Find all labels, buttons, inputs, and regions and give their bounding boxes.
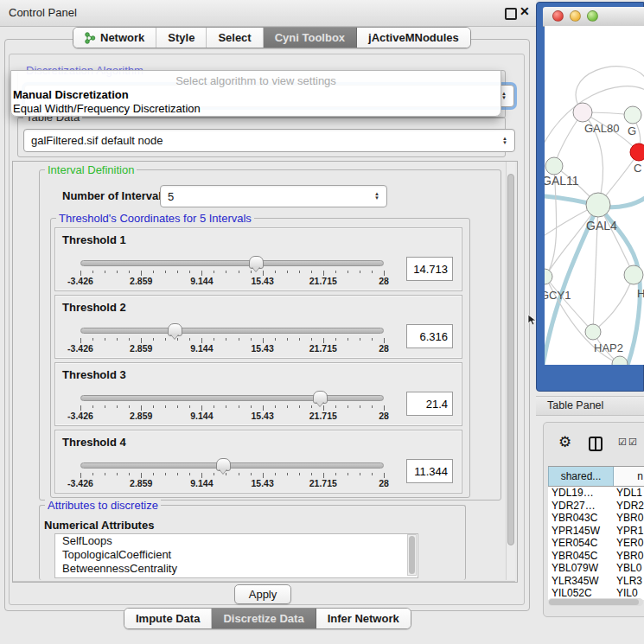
dropdown-option-manual-discretization[interactable]: Manual Discretization xyxy=(13,88,129,101)
tab-network[interactable]: Network xyxy=(73,28,156,48)
cell-shared-name[interactable]: YDR27… xyxy=(548,500,612,513)
scale-label: 15.43 xyxy=(251,276,273,286)
slider-track[interactable] xyxy=(80,462,384,469)
cell-shared-name[interactable]: YLR345W xyxy=(548,575,612,588)
table-row[interactable]: YBR043CYBR0 xyxy=(548,512,644,525)
cell-name[interactable]: YBR0 xyxy=(612,512,644,525)
threshold-2-panel: Threshold 2 -3.4262.8599.14415.4321.7152… xyxy=(54,295,462,359)
num-intervals-combobox[interactable]: 5 ▲▼ xyxy=(160,185,387,207)
tab-cyni-toolbox[interactable]: Cyni Toolbox xyxy=(264,28,357,48)
tab-label: Select xyxy=(218,31,251,44)
column-header-name[interactable]: n xyxy=(614,467,644,486)
vertical-scrollbar[interactable] xyxy=(506,162,515,580)
network-node-g[interactable] xyxy=(624,106,641,124)
cell-name[interactable]: YBR0 xyxy=(612,550,644,563)
group-title: Threshold's Coordinates for 5 Intervals xyxy=(56,212,254,225)
network-node-gal4[interactable] xyxy=(586,193,610,217)
list-item[interactable]: TopologicalCoefficient xyxy=(55,548,418,562)
float-window-icon[interactable] xyxy=(505,8,517,20)
tab-select[interactable]: Select xyxy=(207,28,263,48)
slider-track[interactable] xyxy=(80,328,384,334)
table-row[interactable]: YLR345WYLR3 xyxy=(548,575,644,588)
threshold-value-field[interactable]: 6.316 xyxy=(406,324,453,348)
threshold-value-field[interactable]: 11.344 xyxy=(406,459,453,483)
select-none-checkbox-icon[interactable]: ☑ xyxy=(628,437,637,447)
close-icon[interactable]: ✕ xyxy=(520,4,530,18)
tab-style[interactable]: Style xyxy=(156,28,207,48)
cell-name[interactable]: YPR1 xyxy=(612,525,644,538)
list-item[interactable]: SelfLoops xyxy=(55,534,418,548)
table-row[interactable]: YDR27…YDR2 xyxy=(548,500,644,513)
nodes[interactable] xyxy=(545,103,644,365)
table-row[interactable]: YDL19…YDL1 xyxy=(548,487,644,500)
table-row[interactable]: YBR045CYBR0 xyxy=(548,550,644,563)
table-data-combobox[interactable]: galFiltered.sif default node ▲▼ xyxy=(23,129,515,152)
tab-discretize-data[interactable]: Discretize Data xyxy=(212,609,316,628)
list-item[interactable]: BetweennessCentrality xyxy=(55,562,418,576)
table-row[interactable]: YBL079WYBL0 xyxy=(548,562,644,575)
close-traffic-icon[interactable] xyxy=(552,10,564,22)
table-row[interactable]: YPR145WYPR1 xyxy=(548,525,644,538)
tab-infer-network[interactable]: Infer Network xyxy=(316,609,411,628)
tab-impute-data[interactable]: Impute Data xyxy=(124,609,212,628)
cell-name[interactable]: YDL1 xyxy=(612,487,644,500)
slider-thumb[interactable] xyxy=(216,458,231,471)
network-node-c[interactable] xyxy=(630,143,644,161)
scrollbar-thumb[interactable] xyxy=(409,536,415,574)
scrollbar-thumb[interactable] xyxy=(507,174,514,545)
threshold-3-slider[interactable] xyxy=(80,394,384,403)
threshold-label: Threshold 2 xyxy=(62,301,126,314)
dropdown-option-equal-width-frequency[interactable]: Equal Width/Frequency Discretization xyxy=(13,102,201,115)
threshold-1-slider[interactable] xyxy=(80,259,384,268)
cell-shared-name[interactable]: YDL19… xyxy=(548,487,612,500)
attributes-list-scrollbar[interactable] xyxy=(407,534,417,576)
node-label: GAL11 xyxy=(545,174,579,188)
network-node-gal80[interactable] xyxy=(573,103,592,122)
slider-track[interactable] xyxy=(80,395,384,401)
cell-name[interactable]: YER0 xyxy=(612,537,644,550)
threshold-value-field[interactable]: 14.713 xyxy=(406,257,453,281)
cell-shared-name[interactable]: YPR145W xyxy=(548,525,612,538)
slider-scale-labels: -3.4262.8599.14415.4321.71528 xyxy=(80,478,384,488)
threshold-value-field[interactable]: 21.4 xyxy=(406,392,453,416)
scale-label: 2.859 xyxy=(130,411,152,421)
tab-label: Cyni Toolbox xyxy=(275,31,345,44)
network-node-gal11[interactable] xyxy=(545,157,563,175)
scrollbar-thumb[interactable] xyxy=(549,599,639,605)
cell-shared-name[interactable]: YBR045C xyxy=(548,550,612,563)
network-canvas[interactable]: GAL80GCGAL11GAL4GCY1HHAP2 xyxy=(545,26,644,365)
slider-thumb[interactable] xyxy=(313,391,328,404)
table-row[interactable]: YER054CYER0 xyxy=(548,537,644,550)
algorithm-dropdown-popup: Select algorithm to view settings Manual… xyxy=(10,70,501,117)
table-horizontal-scrollbar[interactable] xyxy=(548,598,643,606)
gear-icon[interactable]: ⚙ xyxy=(558,435,571,450)
cell-shared-name[interactable]: YER054C xyxy=(548,537,612,550)
select-all-checkbox-icon[interactable]: ☑ xyxy=(618,437,627,447)
numerical-attributes-list[interactable]: SelfLoopsTopologicalCoefficientBetweenne… xyxy=(54,533,418,578)
table-panel-body: ⚙ ☑ ☑ shared... n YDL19…YDL1YDR27…YDR2YB… xyxy=(543,422,644,617)
network-node-hap2[interactable] xyxy=(585,324,601,340)
cell-name[interactable]: YBL0 xyxy=(612,562,644,575)
apply-button[interactable]: Apply xyxy=(234,584,291,604)
zoom-traffic-icon[interactable] xyxy=(587,10,598,22)
cell-name[interactable]: YDR2 xyxy=(612,500,644,513)
columns-icon[interactable] xyxy=(589,437,603,451)
numerical-attributes-label: Numerical Attributes xyxy=(44,519,154,532)
node-label: GCY1 xyxy=(545,289,571,302)
cell-shared-name[interactable]: YBL079W xyxy=(548,562,612,575)
threshold-2-slider[interactable] xyxy=(80,327,384,335)
cell-name[interactable]: YLR3 xyxy=(612,575,644,588)
minimize-traffic-icon[interactable] xyxy=(570,10,581,22)
network-node-h[interactable] xyxy=(624,265,643,284)
slider-thumb[interactable] xyxy=(168,323,182,336)
threshold-label: Threshold 4 xyxy=(62,436,126,449)
screen: Control Panel ✕ Network Style Select Cyn… xyxy=(0,0,644,644)
tab-jactivemnodules[interactable]: jActiveMNodules xyxy=(357,28,470,48)
threshold-4-slider[interactable] xyxy=(80,462,384,470)
cell-shared-name[interactable]: YBR043C xyxy=(548,512,612,525)
column-header-shared-name[interactable]: shared... xyxy=(548,467,614,486)
slider-track[interactable] xyxy=(80,260,384,266)
network-node-gcy1[interactable] xyxy=(545,269,552,284)
network-node[interactable] xyxy=(612,356,628,365)
slider-thumb[interactable] xyxy=(249,256,264,269)
